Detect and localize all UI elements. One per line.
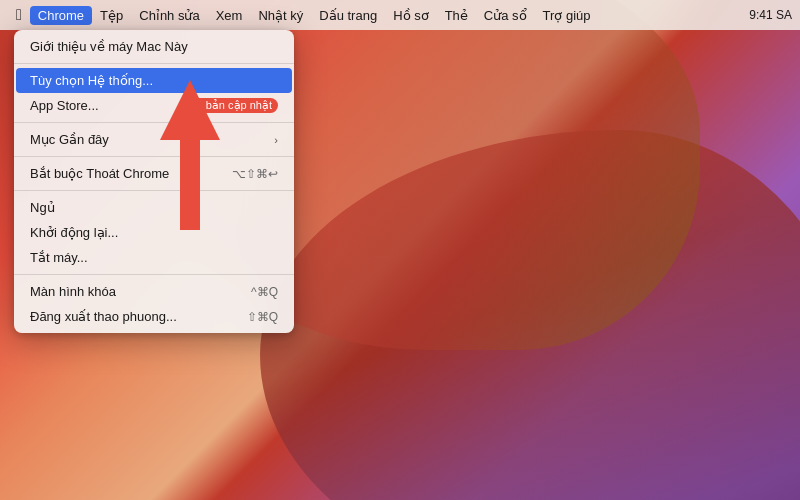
menubar-trogiup[interactable]: Trợ giúp bbox=[535, 6, 599, 25]
apple-menu-button[interactable]:  bbox=[8, 4, 30, 26]
menu-restart[interactable]: Khởi động lại... bbox=[14, 220, 294, 245]
menu-shutdown[interactable]: Tắt máy... bbox=[14, 245, 294, 270]
apple-dropdown-menu: Giới thiệu về máy Mac Này Tùy chọn Hệ th… bbox=[14, 30, 294, 333]
menu-force-quit-shortcut: ⌥⇧⌘↩ bbox=[232, 167, 278, 181]
menu-system-prefs[interactable]: Tùy chọn Hệ thống... bbox=[16, 68, 292, 93]
menubar:  Chrome Tệp Chỉnh sửa Xem Nhật ký Dấu t… bbox=[0, 0, 800, 30]
menu-separator-4 bbox=[14, 190, 294, 191]
menu-recent-label: Mục Gần đây bbox=[30, 132, 109, 147]
menubar-time: 9:41 SA bbox=[749, 8, 792, 22]
menu-recent-arrow: › bbox=[274, 134, 278, 146]
menu-lockscreen-shortcut: ^⌘Q bbox=[251, 285, 278, 299]
menu-separator-1 bbox=[14, 63, 294, 64]
menu-recent[interactable]: Mục Gần đây › bbox=[14, 127, 294, 152]
menu-separator-5 bbox=[14, 274, 294, 275]
menu-logout[interactable]: Đăng xuất thao phuong... ⇧⌘Q bbox=[14, 304, 294, 329]
menubar-xem[interactable]: Xem bbox=[208, 6, 251, 25]
menu-lockscreen[interactable]: Màn hình khóa ^⌘Q bbox=[14, 279, 294, 304]
menu-force-quit-label: Bắt buộc Thoát Chrome bbox=[30, 166, 169, 181]
menubar-right: 9:41 SA bbox=[749, 8, 792, 22]
menu-sleep[interactable]: Ngủ bbox=[14, 195, 294, 220]
menubar-hoso[interactable]: Hồ sơ bbox=[385, 6, 437, 25]
menu-lockscreen-label: Màn hình khóa bbox=[30, 284, 116, 299]
menu-separator-2 bbox=[14, 122, 294, 123]
menu-logout-label: Đăng xuất thao phuong... bbox=[30, 309, 177, 324]
menu-force-quit[interactable]: Bắt buộc Thoát Chrome ⌥⇧⌘↩ bbox=[14, 161, 294, 186]
svg-marker-0 bbox=[160, 80, 220, 230]
menubar-dautrang[interactable]: Dấu trang bbox=[311, 6, 385, 25]
menu-logout-shortcut: ⇧⌘Q bbox=[247, 310, 278, 324]
menubar-chinhsua[interactable]: Chỉnh sửa bbox=[131, 6, 207, 25]
menu-separator-3 bbox=[14, 156, 294, 157]
menubar-cuaso[interactable]: Cửa sổ bbox=[476, 6, 535, 25]
red-arrow-indicator bbox=[155, 75, 225, 239]
menubar-chrome[interactable]: Chrome bbox=[30, 6, 92, 25]
menubar-the[interactable]: Thẻ bbox=[437, 6, 476, 25]
menubar-tep[interactable]: Tệp bbox=[92, 6, 131, 25]
menubar-nhatky[interactable]: Nhật ký bbox=[250, 6, 311, 25]
menu-appstore[interactable]: App Store... 11 bản cập nhật bbox=[14, 93, 294, 118]
menu-about[interactable]: Giới thiệu về máy Mac Này bbox=[14, 34, 294, 59]
menu-appstore-label: App Store... bbox=[30, 98, 99, 113]
